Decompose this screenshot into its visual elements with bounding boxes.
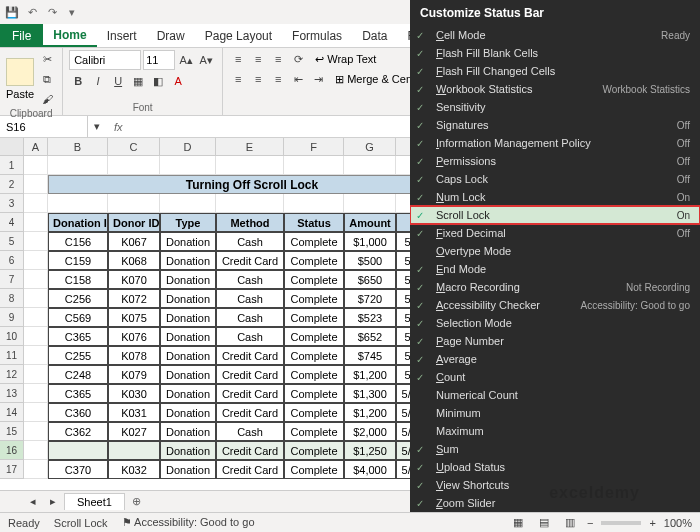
statusbar-option-end-mode[interactable]: ✓End Mode bbox=[410, 260, 700, 278]
view-normal-icon[interactable]: ▦ bbox=[509, 514, 527, 532]
redo-icon[interactable]: ↷ bbox=[44, 4, 60, 20]
cell[interactable]: C159 bbox=[48, 251, 108, 270]
cell[interactable]: Credit Card bbox=[216, 365, 284, 384]
statusbar-option-selection-mode[interactable]: ✓Selection Mode bbox=[410, 314, 700, 332]
statusbar-option-num-lock[interactable]: ✓Num LockOn bbox=[410, 188, 700, 206]
statusbar-option-workbook-statistics[interactable]: ✓Workbook StatisticsWorkbook Statistics bbox=[410, 80, 700, 98]
statusbar-option-numerical-count[interactable]: Numerical Count bbox=[410, 386, 700, 404]
cell[interactable]: Cash bbox=[216, 308, 284, 327]
row-header[interactable]: 13 bbox=[0, 384, 24, 403]
cell[interactable]: Donor ID bbox=[108, 213, 160, 232]
cell[interactable] bbox=[284, 156, 344, 175]
cell[interactable] bbox=[24, 156, 48, 175]
cell[interactable]: $720 bbox=[344, 289, 396, 308]
cell[interactable]: Donation bbox=[160, 327, 216, 346]
cell[interactable]: Complete bbox=[284, 270, 344, 289]
cell[interactable] bbox=[160, 194, 216, 213]
align-top-icon[interactable]: ≡ bbox=[229, 50, 247, 68]
name-box-dropdown-icon[interactable]: ▾ bbox=[88, 118, 106, 136]
paste-button[interactable]: Paste bbox=[6, 58, 34, 100]
cell[interactable]: K079 bbox=[108, 365, 160, 384]
cell[interactable]: $1,000 bbox=[344, 232, 396, 251]
cell[interactable]: Method bbox=[216, 213, 284, 232]
tab-data[interactable]: Data bbox=[352, 24, 397, 47]
status-accessibility[interactable]: ⚑ Accessibility: Good to go bbox=[122, 516, 255, 529]
statusbar-option-caps-lock[interactable]: ✓Caps LockOff bbox=[410, 170, 700, 188]
cell[interactable] bbox=[284, 194, 344, 213]
font-name-input[interactable] bbox=[69, 50, 141, 70]
cell[interactable] bbox=[48, 441, 108, 460]
row-header[interactable]: 10 bbox=[0, 327, 24, 346]
cell[interactable]: Complete bbox=[284, 365, 344, 384]
statusbar-option-accessibility-checker[interactable]: ✓Accessibility CheckerAccessibility: Goo… bbox=[410, 296, 700, 314]
cell[interactable] bbox=[24, 251, 48, 270]
cell[interactable] bbox=[24, 422, 48, 441]
cut-icon[interactable]: ✂ bbox=[38, 50, 56, 68]
sheet-nav-prev-icon[interactable]: ◂ bbox=[24, 493, 42, 511]
zoom-level[interactable]: 100% bbox=[664, 517, 692, 529]
view-pagelayout-icon[interactable]: ▤ bbox=[535, 514, 553, 532]
row-header[interactable]: 15 bbox=[0, 422, 24, 441]
col-header-E[interactable]: E bbox=[216, 138, 284, 155]
cell[interactable] bbox=[48, 194, 108, 213]
cell[interactable]: $1,200 bbox=[344, 365, 396, 384]
row-header[interactable]: 3 bbox=[0, 194, 24, 213]
cell[interactable]: $1,200 bbox=[344, 403, 396, 422]
cell[interactable]: Donation bbox=[160, 346, 216, 365]
cell[interactable]: Complete bbox=[284, 460, 344, 479]
statusbar-option-average[interactable]: ✓Average bbox=[410, 350, 700, 368]
tab-formulas[interactable]: Formulas bbox=[282, 24, 352, 47]
cell[interactable]: Complete bbox=[284, 251, 344, 270]
cell[interactable]: C360 bbox=[48, 403, 108, 422]
statusbar-option-fixed-decimal[interactable]: ✓Fixed DecimalOff bbox=[410, 224, 700, 242]
statusbar-option-count[interactable]: ✓Count bbox=[410, 368, 700, 386]
row-header[interactable]: 14 bbox=[0, 403, 24, 422]
orientation-icon[interactable]: ⟳ bbox=[289, 50, 307, 68]
col-header-B[interactable]: B bbox=[48, 138, 108, 155]
cell[interactable]: K031 bbox=[108, 403, 160, 422]
cell[interactable] bbox=[108, 441, 160, 460]
align-bottom-icon[interactable]: ≡ bbox=[269, 50, 287, 68]
cell[interactable] bbox=[24, 327, 48, 346]
cell[interactable]: Donation bbox=[160, 403, 216, 422]
statusbar-option-information-management-policy[interactable]: ✓Information Management PolicyOff bbox=[410, 134, 700, 152]
cell[interactable]: Cash bbox=[216, 232, 284, 251]
statusbar-option-overtype-mode[interactable]: Overtype Mode bbox=[410, 242, 700, 260]
align-middle-icon[interactable]: ≡ bbox=[249, 50, 267, 68]
cell[interactable]: K067 bbox=[108, 232, 160, 251]
cell[interactable]: Donation bbox=[160, 232, 216, 251]
tab-draw[interactable]: Draw bbox=[147, 24, 195, 47]
cell[interactable] bbox=[344, 194, 396, 213]
cell[interactable]: Credit Card bbox=[216, 251, 284, 270]
cell[interactable]: K030 bbox=[108, 384, 160, 403]
cell[interactable]: $4,000 bbox=[344, 460, 396, 479]
cell[interactable]: Complete bbox=[284, 384, 344, 403]
statusbar-option-cell-mode[interactable]: ✓Cell ModeReady bbox=[410, 26, 700, 44]
cell[interactable] bbox=[24, 175, 48, 194]
cell[interactable]: C255 bbox=[48, 346, 108, 365]
cell[interactable]: C365 bbox=[48, 327, 108, 346]
cell[interactable]: Donation bbox=[160, 270, 216, 289]
cell[interactable]: $1,300 bbox=[344, 384, 396, 403]
format-painter-icon[interactable]: 🖌 bbox=[38, 90, 56, 108]
cell[interactable]: Donation bbox=[160, 441, 216, 460]
sheet-nav-next-icon[interactable]: ▸ bbox=[44, 493, 62, 511]
cell[interactable]: K070 bbox=[108, 270, 160, 289]
statusbar-option-macro-recording[interactable]: ✓Macro RecordingNot Recording bbox=[410, 278, 700, 296]
cell[interactable] bbox=[24, 460, 48, 479]
increase-font-icon[interactable]: A▴ bbox=[177, 51, 195, 69]
cell[interactable] bbox=[160, 156, 216, 175]
row-header[interactable]: 17 bbox=[0, 460, 24, 479]
cell[interactable]: C569 bbox=[48, 308, 108, 327]
tab-insert[interactable]: Insert bbox=[97, 24, 147, 47]
statusbar-option-upload-status[interactable]: ✓Upload Status bbox=[410, 458, 700, 476]
row-header[interactable]: 8 bbox=[0, 289, 24, 308]
cell[interactable]: $500 bbox=[344, 251, 396, 270]
cell[interactable]: Complete bbox=[284, 308, 344, 327]
view-pagebreak-icon[interactable]: ▥ bbox=[561, 514, 579, 532]
cell[interactable]: C370 bbox=[48, 460, 108, 479]
row-header[interactable]: 2 bbox=[0, 175, 24, 194]
cell[interactable]: $745 bbox=[344, 346, 396, 365]
statusbar-option-minimum[interactable]: Minimum bbox=[410, 404, 700, 422]
cell[interactable]: Cash bbox=[216, 289, 284, 308]
